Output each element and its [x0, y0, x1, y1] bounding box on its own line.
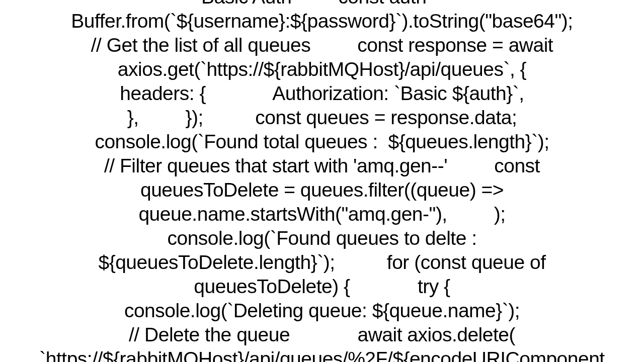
code-line: }, }); const queues = response.data;	[127, 106, 517, 130]
code-line: console.log(`Found queues to delte :	[167, 226, 476, 250]
code-line: console.log(`Deleting queue: ${queue.nam…	[124, 299, 520, 323]
code-line: queue.name.startsWith("amq.gen-"), );	[138, 202, 505, 226]
code-line: ${queuesToDelete.length}`); for (const q…	[98, 250, 545, 275]
code-line: console.log(`Found total queues : ${queu…	[95, 130, 549, 154]
code-line: // Delete the queue await axios.delete(	[129, 323, 515, 347]
code-line: // Filter queues that start with 'amq.ge…	[104, 154, 540, 178]
code-line: Buffer.from(`${username}:${password}`).t…	[71, 9, 573, 33]
code-line: queuesToDelete = queues.filter((queue) =…	[140, 178, 504, 202]
code-line: headers: { Authorization: `Basic ${auth}…	[120, 81, 524, 106]
code-line: axios.get(`https://${rabbitMQHost}/api/q…	[118, 57, 526, 81]
code-line: `https://${rabbitMQHost}/api/queues/%2F/…	[39, 347, 604, 362]
code-text-block: Basic Auth const auth = Buffer.from(`${u…	[0, 0, 644, 362]
code-line: // Get the list of all queues const resp…	[91, 33, 553, 57]
code-line: queuesToDelete) { try {	[194, 275, 450, 299]
code-line: Basic Auth const auth =	[201, 0, 443, 9]
